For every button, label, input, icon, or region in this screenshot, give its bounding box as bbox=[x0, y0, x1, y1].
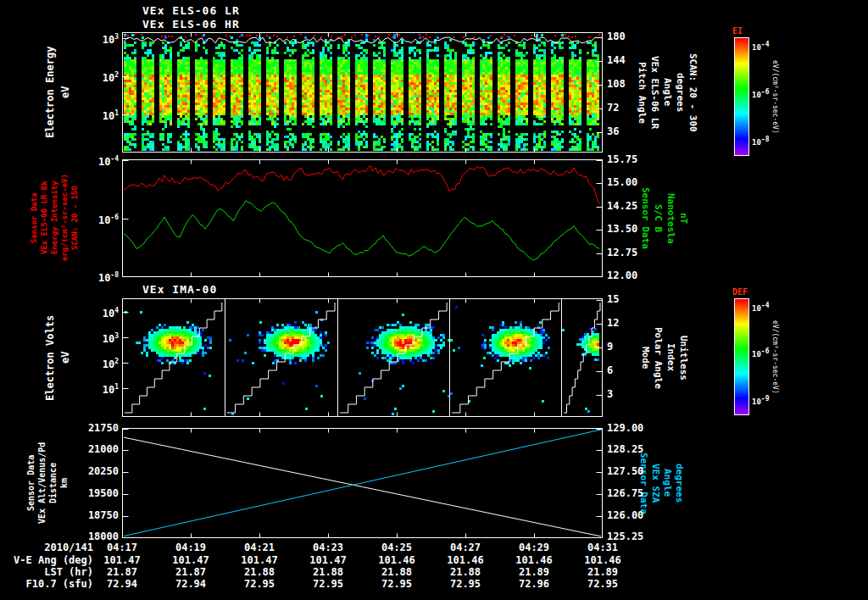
els-colorbar-canvas bbox=[734, 37, 749, 156]
axis-tick-label: 104 bbox=[80, 305, 119, 317]
bottom-row-value: 101.47 bbox=[103, 554, 140, 566]
bk-bfield-line-canvas bbox=[122, 159, 603, 277]
ima-left-axis-label: Electron Volts eV bbox=[42, 298, 73, 417]
axis-tick-label: 10-4 bbox=[80, 153, 119, 165]
axis-tick-label: 103 bbox=[80, 31, 119, 43]
axis-tick-label: 21000 bbox=[80, 443, 119, 455]
alt-right-axis-label: Sensor Data VEx SZA Angle degrees bbox=[637, 428, 685, 538]
els-spectrogram-canvas bbox=[122, 32, 603, 153]
axis-tick-label: 20250 bbox=[80, 465, 119, 477]
bottom-row-label: V-E Ang (deg) bbox=[14, 554, 93, 566]
colorbar-tick-label: 10-6 bbox=[752, 346, 769, 358]
axis-tick-label: 125.25 bbox=[607, 531, 643, 542]
axis-tick-label: 101 bbox=[80, 381, 119, 393]
panel-title-els-lr: VEx ELS-06 LR bbox=[142, 4, 240, 17]
ima-spectrogram-canvas bbox=[122, 298, 603, 417]
axis-tick-label: 18750 bbox=[80, 509, 119, 521]
bottom-row-value: 101.46 bbox=[584, 554, 620, 566]
bottom-row-value: 72.95 bbox=[244, 578, 275, 590]
ima-colorbar-title: DEF bbox=[732, 287, 748, 297]
bottom-row-value: 72.94 bbox=[175, 578, 206, 590]
axis-tick-label: 101 bbox=[80, 108, 119, 119]
time-tick-label: 04:29 bbox=[519, 542, 549, 553]
altitude-sza-line-canvas bbox=[122, 428, 603, 538]
time-tick-label: 04:19 bbox=[175, 542, 206, 553]
colorbar-tick-label: 10-9 bbox=[752, 393, 769, 405]
bottom-row-value: 21.87 bbox=[175, 566, 206, 578]
colorbar-tick-label: 10-4 bbox=[752, 39, 769, 51]
time-tick-label: 04:25 bbox=[381, 542, 412, 553]
axis-tick-label: 19500 bbox=[80, 487, 119, 499]
axis-tick-label: 12 bbox=[607, 317, 619, 329]
ima-colorbar-canvas bbox=[734, 298, 749, 415]
axis-tick-label: 144 bbox=[607, 54, 626, 66]
bottom-row-value: 72.95 bbox=[313, 578, 343, 590]
axis-tick-label: 15 bbox=[607, 293, 619, 305]
bottom-row-value: 101.46 bbox=[378, 554, 415, 566]
axis-tick-label: 12.00 bbox=[607, 269, 637, 281]
axis-tick-label: 36 bbox=[607, 125, 619, 137]
colorbar-tick-label: 10-8 bbox=[752, 134, 769, 146]
bk-right-axis-label: Sensor Data S/C B Nanotesla nT bbox=[639, 159, 690, 277]
bottom-row-value: 101.47 bbox=[172, 554, 209, 566]
panel-title-ima: VEx IMA-00 bbox=[142, 283, 217, 296]
time-tick-label: 04:17 bbox=[107, 542, 137, 553]
els-right-axis-label: Pitch Angle VEx ELS-06 LR Angle degrees … bbox=[636, 32, 699, 153]
axis-tick-label: 10-8 bbox=[80, 269, 119, 281]
axis-tick-label: 12.75 bbox=[607, 247, 637, 258]
bottom-row-value: 101.47 bbox=[309, 554, 346, 566]
bottom-row-value: 101.47 bbox=[241, 554, 277, 566]
bottom-row-value: 21.89 bbox=[587, 566, 618, 578]
bottom-row-value: 72.94 bbox=[107, 578, 137, 590]
bottom-row-value: 72.96 bbox=[519, 578, 549, 590]
ima-right-axis-label: Mode Polar Angle Index Unitless bbox=[639, 298, 690, 417]
axis-tick-label: 3 bbox=[607, 388, 613, 400]
axis-tick-label: 126.75 bbox=[607, 487, 643, 499]
time-tick-label: 04:23 bbox=[313, 542, 343, 553]
axis-tick-label: 129.00 bbox=[607, 422, 643, 434]
axis-tick-label: 15.00 bbox=[607, 176, 637, 188]
axis-tick-label: 21750 bbox=[80, 422, 119, 434]
panel-title-els-hr: VEx ELS-06 HR bbox=[142, 18, 240, 31]
axis-tick-label: 14.25 bbox=[607, 200, 637, 212]
bottom-row-value: 21.88 bbox=[381, 566, 412, 578]
axis-tick-label: 108 bbox=[607, 78, 626, 90]
ima-colorbar-units: eV/(cm²-sr-sec-eV) bbox=[771, 298, 779, 415]
bottom-row-label: LST (hr) bbox=[44, 566, 93, 578]
colorbar-tick-label: 10-4 bbox=[752, 300, 769, 312]
axis-tick-label: 102 bbox=[80, 356, 119, 368]
bottom-row-value: 21.88 bbox=[313, 566, 343, 578]
bottom-row-value: 72.95 bbox=[450, 578, 481, 590]
els-colorbar-title: EI bbox=[732, 26, 743, 36]
time-tick-label: 04:21 bbox=[244, 542, 275, 553]
date-label: 2010/141 bbox=[44, 542, 93, 553]
axis-tick-label: 10-6 bbox=[80, 212, 119, 224]
ccati-multipanel-plot-page: VEx ELS-06 LR VEx ELS-06 HR VEx IMA-00 E… bbox=[0, 0, 868, 600]
bk-left-axis-label: Sensor Data VEx ELS-06 LR Bk Energy Inte… bbox=[29, 158, 80, 278]
axis-tick-label: 72 bbox=[607, 102, 619, 114]
bottom-row-value: 21.89 bbox=[519, 566, 549, 578]
axis-tick-label: 103 bbox=[80, 331, 119, 342]
bottom-row-label: F10.7 (sfu) bbox=[26, 578, 93, 590]
time-tick-label: 04:31 bbox=[587, 542, 618, 553]
axis-tick-label: 13.50 bbox=[607, 223, 637, 235]
bottom-row-value: 21.88 bbox=[244, 566, 275, 578]
axis-tick-label: 6 bbox=[607, 364, 613, 376]
axis-tick-label: 180 bbox=[607, 31, 626, 42]
colorbar-tick-label: 10-6 bbox=[752, 86, 769, 98]
els-left-axis-label: Electron Energy eV bbox=[42, 32, 73, 153]
axis-tick-label: 15.75 bbox=[607, 153, 637, 165]
alt-left-axis-label: Sensor Data VEx Alt/Venus/Pd Distance km bbox=[25, 428, 70, 538]
bottom-row-value: 72.95 bbox=[587, 578, 618, 590]
time-tick-label: 04:27 bbox=[450, 542, 481, 553]
axis-tick-label: 126.00 bbox=[607, 509, 643, 521]
axis-tick-label: 9 bbox=[607, 341, 613, 353]
axis-tick-label: 102 bbox=[80, 69, 119, 81]
axis-tick-label: 127.50 bbox=[607, 465, 643, 477]
bottom-row-value: 72.95 bbox=[381, 578, 412, 590]
bottom-row-value: 21.88 bbox=[450, 566, 481, 578]
axis-tick-label: 18000 bbox=[80, 531, 119, 542]
bottom-row-value: 21.87 bbox=[107, 566, 137, 578]
axis-tick-label: 128.25 bbox=[607, 443, 643, 455]
bottom-row-value: 101.46 bbox=[447, 554, 483, 566]
